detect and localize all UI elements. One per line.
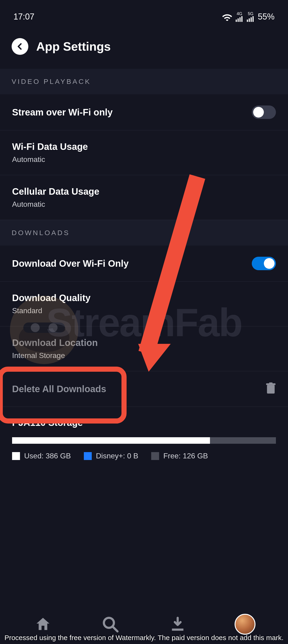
- section-video-playback: VIDEO PLAYBACK: [0, 69, 288, 94]
- storage-title: PJA110 Storage: [12, 418, 276, 428]
- swatch-app: [84, 452, 92, 460]
- row-subtitle: Automatic: [12, 155, 88, 164]
- row-cellular-data-usage[interactable]: Cellular Data Usage Automatic: [0, 175, 288, 220]
- svg-rect-5: [236, 20, 237, 22]
- svg-rect-10: [249, 18, 250, 22]
- row-title: Download Over Wi-Fi Only: [12, 258, 129, 269]
- nav-home[interactable]: [30, 612, 56, 637]
- legend-app: Disney+: 0 B: [84, 452, 138, 460]
- swatch-free: [151, 452, 159, 460]
- legend-label: Used: 386 GB: [24, 452, 71, 460]
- legend-free: Free: 126 GB: [151, 452, 208, 460]
- toggle-knob: [264, 258, 274, 269]
- avatar: [234, 614, 256, 635]
- signal-4g-icon: 4G: [236, 12, 244, 22]
- page-title: App Settings: [36, 40, 111, 54]
- row-wifi-data-usage[interactable]: Wi-Fi Data Usage Automatic: [0, 130, 288, 175]
- nav-downloads[interactable]: [165, 612, 190, 637]
- signal-5g-icon: 5G: [247, 12, 254, 22]
- row-title: Delete All Downloads: [12, 384, 106, 394]
- svg-rect-20: [172, 629, 183, 631]
- row-title: Wi-Fi Data Usage: [12, 142, 88, 152]
- row-download-quality[interactable]: Download Quality Standard: [0, 282, 288, 326]
- toggle-knob: [253, 107, 264, 118]
- svg-rect-7: [240, 18, 240, 22]
- row-title: Stream over Wi-Fi only: [12, 107, 113, 118]
- svg-rect-8: [241, 16, 242, 22]
- row-subtitle: Standard: [12, 306, 90, 315]
- legend-label: Disney+: 0 B: [96, 452, 138, 460]
- status-time: 17:07: [14, 12, 34, 22]
- storage-bar-used: [12, 437, 210, 444]
- row-title: Download Quality: [12, 293, 90, 303]
- status-bar: 17:07 4G 5G 55%: [0, 0, 288, 31]
- row-download-wifi-only[interactable]: Download Over Wi-Fi Only: [0, 246, 288, 282]
- page-header: App Settings: [0, 31, 288, 69]
- row-download-location[interactable]: Download Location Internal Storage: [0, 326, 288, 371]
- storage-legend: Used: 386 GB Disney+: 0 B Free: 126 GB: [12, 452, 276, 460]
- svg-rect-6: [238, 18, 239, 22]
- legend-label: Free: 126 GB: [163, 452, 208, 460]
- storage-section: PJA110 Storage Used: 386 GB Disney+: 0 B…: [0, 407, 288, 474]
- row-title: Cellular Data Usage: [12, 186, 100, 197]
- row-delete-all-downloads[interactable]: Delete All Downloads: [0, 371, 288, 407]
- toggle-download-wifi[interactable]: [252, 257, 276, 270]
- svg-rect-13: [267, 385, 275, 394]
- storage-bar: [12, 437, 276, 444]
- section-downloads: DOWNLOADS: [0, 220, 288, 246]
- svg-rect-15: [269, 382, 273, 384]
- row-stream-wifi-only[interactable]: Stream over Wi-Fi only: [0, 94, 288, 130]
- svg-rect-9: [247, 20, 248, 22]
- bottom-nav: [0, 604, 288, 644]
- search-icon: [102, 616, 119, 633]
- battery-text: 55%: [258, 12, 274, 22]
- row-subtitle: Automatic: [12, 200, 100, 209]
- nav-profile[interactable]: [232, 612, 258, 637]
- trash-icon: [266, 382, 276, 396]
- svg-line-19: [112, 626, 118, 632]
- toggle-stream-wifi[interactable]: [252, 106, 276, 119]
- row-title: Download Location: [12, 338, 98, 348]
- swatch-used: [12, 452, 20, 460]
- legend-used: Used: 386 GB: [12, 452, 71, 460]
- svg-rect-12: [252, 16, 254, 22]
- back-button[interactable]: [12, 38, 28, 55]
- download-icon: [169, 616, 186, 633]
- nav-search[interactable]: [98, 612, 123, 637]
- wifi-icon: [222, 12, 232, 21]
- home-icon: [34, 616, 52, 633]
- row-subtitle: Internal Storage: [12, 351, 98, 360]
- svg-rect-11: [250, 18, 252, 22]
- chevron-left-icon: [16, 42, 24, 50]
